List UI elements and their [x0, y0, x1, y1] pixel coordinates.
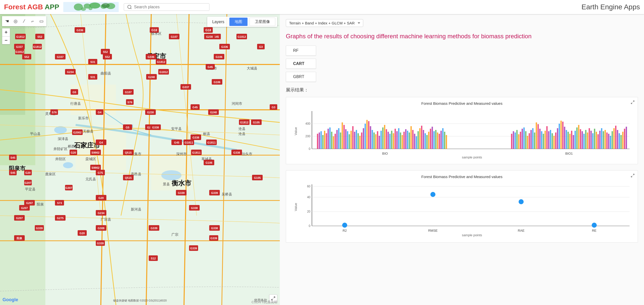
svg-text:G307: G307: [66, 186, 72, 189]
svg-rect-364: [582, 131, 583, 149]
svg-rect-339: [538, 124, 539, 149]
chart1-title: Forest Biomass Predictive and Measured v…: [290, 101, 634, 106]
map-container[interactable]: G18 G18 G336 G336 G107 G1812 G1812 G1812…: [0, 14, 280, 305]
svg-rect-382: [614, 128, 615, 149]
svg-point-18: [54, 126, 67, 134]
svg-text:安平县: 安平县: [171, 127, 182, 131]
svg-text:广宗县: 广宗县: [101, 217, 111, 221]
svg-rect-343: [545, 131, 546, 149]
svg-rect-325: [513, 131, 514, 149]
svg-text:阳泉: 阳泉: [37, 202, 44, 206]
svg-rect-297: [402, 135, 403, 149]
feature-selector: Terrain + Band + Index + GLCM + SAR Terr…: [286, 19, 638, 27]
svg-rect-294: [396, 131, 398, 149]
chart2-title: Forest Biomass Predictive and Measured v…: [290, 175, 634, 179]
svg-text:G1812: G1812: [16, 35, 24, 38]
svg-rect-335: [531, 130, 532, 149]
svg-rect-326: [515, 132, 516, 149]
svg-text:G339: G339: [190, 247, 197, 250]
rect-tool-button[interactable]: ▭: [37, 17, 45, 25]
svg-rect-345: [548, 131, 549, 149]
map-type-button[interactable]: 地图: [229, 18, 248, 26]
svg-text:G105: G105: [254, 176, 261, 179]
svg-rect-269: [352, 126, 354, 149]
rf-button[interactable]: RF: [286, 46, 316, 56]
svg-text:G339: G339: [178, 191, 185, 194]
svg-text:桥西区: 桥西区: [68, 144, 78, 148]
expand-icon: [631, 100, 635, 104]
svg-text:S52: S52: [105, 55, 110, 58]
svg-text:S45: S45: [10, 171, 15, 174]
svg-line-238: [633, 101, 634, 102]
svg-rect-367: [587, 132, 588, 149]
svg-text:G1811: G1811: [192, 151, 200, 154]
search-icon: [127, 5, 132, 10]
svg-text:G1811: G1811: [207, 141, 216, 144]
svg-rect-286: [382, 127, 384, 149]
svg-text:S9902: S9902: [91, 151, 100, 154]
svg-text:0: 0: [309, 147, 311, 151]
svg-rect-251: [321, 131, 322, 149]
svg-text:S52: S52: [37, 35, 42, 38]
svg-text:深泽县: 深泽县: [58, 137, 68, 141]
line-tool-button[interactable]: ∕: [20, 17, 28, 25]
svg-text:G4: G4: [98, 111, 102, 114]
svg-rect-347: [552, 133, 553, 149]
svg-rect-337: [534, 132, 535, 149]
svg-rect-373: [598, 134, 599, 149]
svg-rect-334: [529, 133, 530, 149]
map-toolbar: ☚ ◎ ∕ ⌐ ▭: [2, 16, 46, 26]
svg-rect-255: [328, 129, 329, 149]
svg-text:G1812: G1812: [240, 121, 248, 124]
gbrt-button[interactable]: GBRT: [286, 72, 316, 82]
svg-rect-298: [404, 132, 405, 149]
svg-rect-315: [434, 131, 435, 149]
chart2-expand-button[interactable]: [630, 173, 636, 179]
svg-line-239: [631, 103, 632, 104]
feature-select-dropdown[interactable]: Terrain + Band + Index + GLCM + SAR Terr…: [286, 19, 363, 27]
svg-point-408: [592, 223, 597, 228]
svg-text:G75: G75: [98, 171, 103, 174]
chart1-expand-button[interactable]: [630, 99, 636, 105]
svg-rect-320: [442, 128, 444, 149]
svg-rect-295: [398, 128, 400, 149]
svg-text:元氏县: 元氏县: [85, 177, 96, 181]
right-panel: Terrain + Band + Index + GLCM + SAR Terr…: [280, 14, 644, 305]
svg-text:G338: G338: [233, 151, 240, 154]
search-input[interactable]: [134, 5, 205, 9]
svg-text:G106: G106: [206, 161, 212, 164]
svg-rect-344: [546, 126, 548, 149]
marker-tool-button[interactable]: ◎: [12, 17, 20, 25]
svg-text:平山县: 平山县: [30, 132, 41, 136]
cart-button[interactable]: CART: [286, 59, 316, 69]
svg-text:G240: G240: [148, 76, 155, 79]
zoom-in-button[interactable]: +: [2, 28, 10, 36]
svg-rect-261: [338, 128, 340, 149]
app-header: Forest AGB APP Earth Engine Apps: [0, 0, 644, 14]
svg-text:Q515: Q515: [125, 176, 132, 179]
svg-rect-354: [564, 127, 565, 149]
svg-rect-304: [414, 134, 415, 149]
svg-text:G339: G339: [97, 242, 104, 245]
hand-tool-button[interactable]: ☚: [3, 17, 11, 25]
svg-rect-284: [379, 136, 380, 149]
polyline-tool-button[interactable]: ⌐: [29, 17, 37, 25]
svg-text:Value: Value: [294, 203, 298, 211]
svg-rect-350: [557, 128, 558, 149]
svg-text:R2: R2: [343, 229, 347, 232]
svg-rect-346: [550, 130, 551, 149]
svg-rect-267: [349, 134, 350, 149]
search-container[interactable]: [124, 3, 209, 11]
svg-text:G107: G107: [171, 35, 178, 38]
satellite-type-button[interactable]: 卫星图像: [250, 18, 275, 26]
svg-text:S12: S12: [151, 257, 156, 260]
svg-rect-285: [381, 131, 382, 149]
svg-rect-327: [516, 130, 518, 149]
zoom-out-button[interactable]: −: [2, 36, 10, 44]
svg-text:G18: G18: [205, 28, 211, 32]
svg-rect-276: [365, 124, 366, 149]
svg-text:栾城区: 栾城区: [85, 157, 96, 161]
svg-rect-307: [419, 128, 421, 149]
svg-text:S76: S76: [52, 111, 57, 114]
svg-rect-281: [374, 132, 375, 149]
